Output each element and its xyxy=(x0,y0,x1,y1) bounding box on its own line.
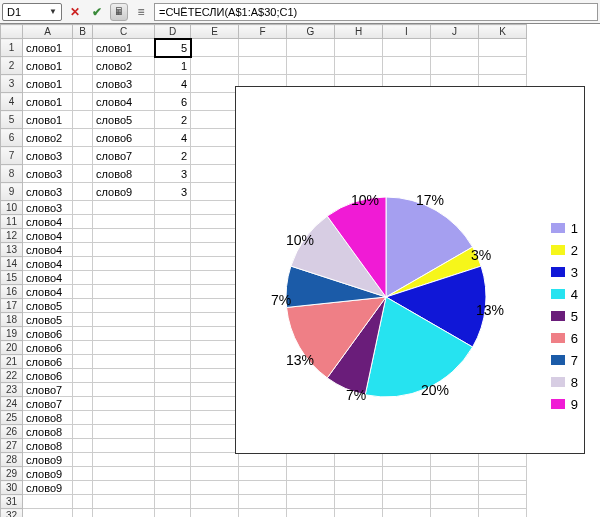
cell-E27[interactable] xyxy=(191,439,239,453)
row-header-26[interactable]: 26 xyxy=(1,425,23,439)
calculator-icon[interactable]: 🖩 xyxy=(110,3,128,21)
cell-A19[interactable]: слово6 xyxy=(23,327,73,341)
cell-D24[interactable] xyxy=(155,397,191,411)
row-header-19[interactable]: 19 xyxy=(1,327,23,341)
cell-F29[interactable] xyxy=(239,467,287,481)
cell-C21[interactable] xyxy=(93,355,155,369)
cell-B12[interactable] xyxy=(73,229,93,243)
row-header-15[interactable]: 15 xyxy=(1,271,23,285)
col-header-A[interactable]: A xyxy=(23,25,73,39)
cell-B13[interactable] xyxy=(73,243,93,257)
cell-B9[interactable] xyxy=(73,183,93,201)
col-header-G[interactable]: G xyxy=(287,25,335,39)
cell-I32[interactable] xyxy=(383,509,431,518)
cell-C25[interactable] xyxy=(93,411,155,425)
row-header-3[interactable]: 3 xyxy=(1,75,23,93)
cell-A29[interactable]: слово9 xyxy=(23,467,73,481)
cell-D14[interactable] xyxy=(155,257,191,271)
cell-C18[interactable] xyxy=(93,313,155,327)
cell-B1[interactable] xyxy=(73,39,93,57)
cancel-icon[interactable]: ✕ xyxy=(66,3,84,21)
cell-E21[interactable] xyxy=(191,355,239,369)
cell-B15[interactable] xyxy=(73,271,93,285)
cell-E29[interactable] xyxy=(191,467,239,481)
cell-D31[interactable] xyxy=(155,495,191,509)
cell-B26[interactable] xyxy=(73,425,93,439)
cell-C11[interactable] xyxy=(93,215,155,229)
cell-D20[interactable] xyxy=(155,341,191,355)
cell-D22[interactable] xyxy=(155,369,191,383)
cell-A20[interactable]: слово6 xyxy=(23,341,73,355)
cell-C1[interactable]: слово1 xyxy=(93,39,155,57)
cell-A7[interactable]: слово3 xyxy=(23,147,73,165)
cell-D28[interactable] xyxy=(155,453,191,467)
cell-C26[interactable] xyxy=(93,425,155,439)
cell-I2[interactable] xyxy=(383,57,431,75)
cell-K2[interactable] xyxy=(479,57,527,75)
cell-F31[interactable] xyxy=(239,495,287,509)
row-header-31[interactable]: 31 xyxy=(1,495,23,509)
cell-B24[interactable] xyxy=(73,397,93,411)
row-header-12[interactable]: 12 xyxy=(1,229,23,243)
cell-G28[interactable] xyxy=(287,453,335,467)
cell-C17[interactable] xyxy=(93,299,155,313)
cell-B19[interactable] xyxy=(73,327,93,341)
cell-J29[interactable] xyxy=(431,467,479,481)
accept-icon[interactable]: ✔ xyxy=(88,3,106,21)
cell-J2[interactable] xyxy=(431,57,479,75)
cell-E13[interactable] xyxy=(191,243,239,257)
cell-H1[interactable] xyxy=(335,39,383,57)
row-header-14[interactable]: 14 xyxy=(1,257,23,271)
cell-reference-box[interactable]: D1 ▼ xyxy=(2,3,62,21)
cell-C23[interactable] xyxy=(93,383,155,397)
cell-H30[interactable] xyxy=(335,481,383,495)
cell-A5[interactable]: слово1 xyxy=(23,111,73,129)
cell-G30[interactable] xyxy=(287,481,335,495)
row-header-11[interactable]: 11 xyxy=(1,215,23,229)
cell-A25[interactable]: слово8 xyxy=(23,411,73,425)
row-header-28[interactable]: 28 xyxy=(1,453,23,467)
cell-E22[interactable] xyxy=(191,369,239,383)
cell-B29[interactable] xyxy=(73,467,93,481)
cell-E9[interactable] xyxy=(191,183,239,201)
cell-E19[interactable] xyxy=(191,327,239,341)
row-header-2[interactable]: 2 xyxy=(1,57,23,75)
cell-E7[interactable] xyxy=(191,147,239,165)
cell-J31[interactable] xyxy=(431,495,479,509)
cell-G29[interactable] xyxy=(287,467,335,481)
cell-D23[interactable] xyxy=(155,383,191,397)
col-header-K[interactable]: K xyxy=(479,25,527,39)
cell-B4[interactable] xyxy=(73,93,93,111)
col-header-B[interactable]: B xyxy=(73,25,93,39)
cell-C9[interactable]: слово9 xyxy=(93,183,155,201)
cell-A8[interactable]: слово3 xyxy=(23,165,73,183)
cell-D3[interactable]: 4 xyxy=(155,75,191,93)
cell-C8[interactable]: слово8 xyxy=(93,165,155,183)
cell-B11[interactable] xyxy=(73,215,93,229)
row-header-4[interactable]: 4 xyxy=(1,93,23,111)
cell-D11[interactable] xyxy=(155,215,191,229)
row-header-16[interactable]: 16 xyxy=(1,285,23,299)
cell-C3[interactable]: слово3 xyxy=(93,75,155,93)
row-header-17[interactable]: 17 xyxy=(1,299,23,313)
cell-B32[interactable] xyxy=(73,509,93,518)
cell-H29[interactable] xyxy=(335,467,383,481)
col-header-F[interactable]: F xyxy=(239,25,287,39)
cell-E14[interactable] xyxy=(191,257,239,271)
cell-B10[interactable] xyxy=(73,201,93,215)
cell-D21[interactable] xyxy=(155,355,191,369)
row-header-32[interactable]: 32 xyxy=(1,509,23,518)
cell-K28[interactable] xyxy=(479,453,527,467)
cell-D8[interactable]: 3 xyxy=(155,165,191,183)
cell-A31[interactable] xyxy=(23,495,73,509)
corner-cell[interactable] xyxy=(1,25,23,39)
cell-J30[interactable] xyxy=(431,481,479,495)
cell-E25[interactable] xyxy=(191,411,239,425)
cell-C2[interactable]: слово2 xyxy=(93,57,155,75)
cell-E30[interactable] xyxy=(191,481,239,495)
cell-D16[interactable] xyxy=(155,285,191,299)
col-header-D[interactable]: D xyxy=(155,25,191,39)
cell-D18[interactable] xyxy=(155,313,191,327)
cell-C32[interactable] xyxy=(93,509,155,518)
cell-B7[interactable] xyxy=(73,147,93,165)
